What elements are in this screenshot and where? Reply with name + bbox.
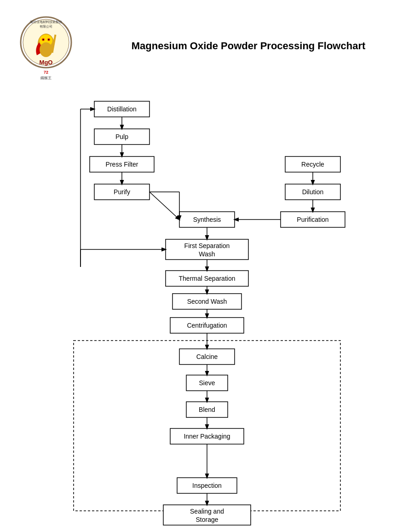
svg-text:Sieve: Sieve <box>199 379 215 387</box>
svg-text:MgO: MgO <box>40 59 53 66</box>
logo-area: 濰坊佳地材料技術股份 有限公司 MgO 72 <box>9 9 83 83</box>
svg-text:Storage: Storage <box>196 516 218 523</box>
svg-text:Calcine: Calcine <box>196 353 218 360</box>
svg-text:Dilution: Dilution <box>302 188 324 196</box>
svg-point-8 <box>43 39 44 40</box>
flowchart-svg: Distillation Pulp Press Filter Purify Re… <box>9 87 405 532</box>
svg-text:First Separation: First Separation <box>184 242 230 249</box>
svg-text:Sealing and: Sealing and <box>190 508 224 515</box>
svg-text:Pulp: Pulp <box>115 133 128 140</box>
svg-text:鐵猴王: 鐵猴王 <box>40 76 52 80</box>
svg-text:Thermal Separation: Thermal Separation <box>179 275 236 282</box>
svg-text:72: 72 <box>44 70 48 75</box>
svg-text:Synthesis: Synthesis <box>193 216 221 223</box>
svg-text:Distillation: Distillation <box>107 105 137 113</box>
svg-text:Centrifugation: Centrifugation <box>187 322 227 329</box>
svg-line-61 <box>150 192 179 220</box>
svg-text:Wash: Wash <box>199 250 215 258</box>
svg-text:有限公司: 有限公司 <box>40 25 52 29</box>
main-title: Magnesium Oxide Powder Processing Flowch… <box>92 40 405 52</box>
svg-text:Inner Packaging: Inner Packaging <box>184 433 230 440</box>
svg-text:Purify: Purify <box>114 188 130 196</box>
svg-text:Recycle: Recycle <box>301 161 324 168</box>
svg-point-9 <box>48 39 50 40</box>
svg-text:Blend: Blend <box>199 406 215 413</box>
title-area: Magnesium Oxide Powder Processing Flowch… <box>83 40 405 52</box>
svg-text:Press Filter: Press Filter <box>106 161 138 168</box>
page-container: 濰坊佳地材料技術股份 有限公司 MgO 72 <box>0 0 414 532</box>
svg-text:Second Wash: Second Wash <box>187 298 227 305</box>
header-area: 濰坊佳地材料技術股份 有限公司 MgO 72 <box>9 9 405 83</box>
svg-point-11 <box>40 42 52 57</box>
svg-text:Purification: Purification <box>297 216 328 223</box>
flowchart: Distillation Pulp Press Filter Purify Re… <box>9 87 405 532</box>
company-logo: 濰坊佳地材料技術股份 有限公司 MgO 72 <box>9 9 83 83</box>
svg-text:濰坊佳地材料技術股份: 濰坊佳地材料技術股份 <box>30 20 62 24</box>
svg-text:Inspection: Inspection <box>192 482 222 489</box>
